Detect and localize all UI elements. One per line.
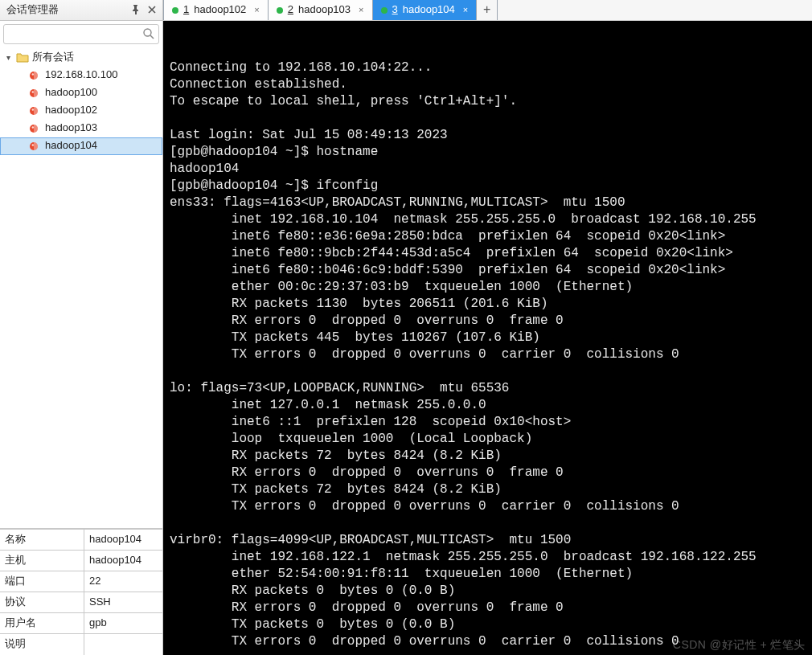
session-icon [29,104,42,117]
property-value [84,634,162,655]
session-item[interactable]: hadoop104 [0,137,162,155]
close-icon[interactable] [146,4,158,15]
property-row: 端口22 [0,571,162,592]
property-row: 名称hadoop104 [0,530,162,551]
property-value: hadoop104 [84,551,162,571]
property-value: 22 [84,571,162,592]
property-row: 用户名gpb [0,613,162,634]
terminal[interactable]: Connecting to 192.168.10.104:22... Conne… [163,21,812,655]
session-item[interactable]: hadoop103 [0,120,162,137]
sidebar-title: 会话管理器 [6,3,125,17]
folder-icon [16,51,29,64]
svg-point-5 [32,91,34,92]
tab-label: hadoop104 [403,3,455,17]
property-value: gpb [84,613,162,633]
sidebar-header: 会话管理器 [0,0,162,21]
tab[interactable]: 1 hadoop102× [163,0,269,20]
tab[interactable]: 3 hadoop104× [373,0,478,20]
session-label: hadoop103 [45,121,97,135]
property-value: hadoop104 [84,530,162,550]
tree-root[interactable]: ▾ 所有会话 [0,49,162,67]
sidebar-search[interactable] [3,24,159,44]
session-label: hadoop102 [45,104,97,117]
property-key: 名称 [0,530,84,550]
session-icon [29,69,42,82]
property-key: 说明 [0,634,84,655]
session-item[interactable]: 192.168.10.100 [0,67,162,84]
tab-label: hadoop102 [194,3,246,17]
session-label: hadoop104 [45,139,97,153]
main: 1 hadoop102×2 hadoop103×3 hadoop104× + C… [163,0,812,655]
properties-panel: 名称hadoop104主机hadoop104端口22协议SSH用户名gpb说明 [0,529,162,655]
property-key: 端口 [0,571,84,592]
property-key: 用户名 [0,613,84,633]
property-value: SSH [84,592,162,612]
sidebar: 会话管理器 ▾ 所有会话 192.168.10.100hadoop100hado… [0,0,163,655]
tab-number: 2 [288,3,293,17]
new-tab-button[interactable]: + [477,0,498,20]
status-dot-icon [277,7,283,14]
collapse-icon[interactable]: ▾ [3,52,13,63]
property-row: 说明 [0,634,162,655]
tree-root-label: 所有会话 [32,51,74,64]
session-tree: ▾ 所有会话 192.168.10.100hadoop100hadoop102h… [0,47,162,529]
search-icon[interactable] [142,27,155,40]
status-dot-icon [381,7,388,14]
tab[interactable]: 2 hadoop103× [269,0,373,20]
tab-number: 3 [392,3,398,17]
session-label: hadoop100 [45,86,97,100]
session-icon [29,140,42,153]
svg-point-0 [144,29,151,36]
search-input[interactable] [7,27,142,42]
session-icon [29,122,42,135]
property-key: 主机 [0,551,84,571]
session-icon [29,87,42,100]
session-item[interactable]: hadoop102 [0,102,162,120]
svg-point-7 [32,108,34,110]
svg-point-9 [32,126,34,128]
property-key: 协议 [0,592,84,612]
tab-close-icon[interactable]: × [463,4,468,15]
tab-number: 1 [183,3,189,17]
tab-close-icon[interactable]: × [254,4,259,15]
session-label: 192.168.10.100 [45,68,117,82]
svg-point-11 [32,144,34,145]
svg-point-3 [32,73,34,75]
property-row: 协议SSH [0,592,162,613]
status-dot-icon [172,7,178,14]
terminal-output: Connecting to 192.168.10.104:22... Conne… [170,59,806,650]
svg-line-1 [150,35,154,39]
tab-close-icon[interactable]: × [359,4,363,15]
pin-icon[interactable] [130,4,141,15]
session-item[interactable]: hadoop100 [0,84,162,102]
property-row: 主机hadoop104 [0,551,162,571]
tab-label: hadoop103 [298,3,351,17]
tab-bar: 1 hadoop102×2 hadoop103×3 hadoop104× + [163,0,812,21]
